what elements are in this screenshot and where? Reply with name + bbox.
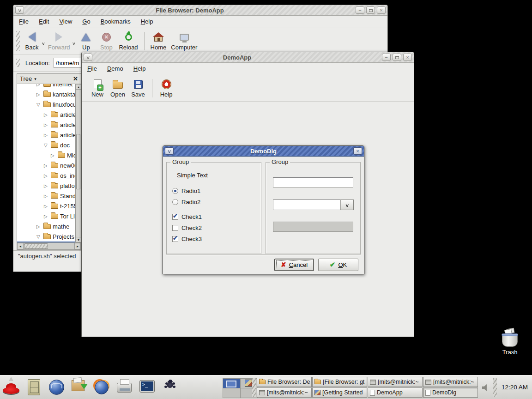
tree-item-article[interactable]: ▷article <box>17 109 75 120</box>
save-button[interactable]: Save <box>128 77 148 99</box>
check1-option[interactable]: ✔ Check1 <box>172 213 202 220</box>
expander-icon[interactable]: ▷ <box>44 204 49 209</box>
expander-icon[interactable]: ▽ <box>36 234 42 239</box>
tree-item-mic[interactable]: ▷Mic <box>17 150 75 160</box>
computer-button[interactable]: Computer <box>169 30 200 52</box>
home-button[interactable]: Home <box>148 30 169 52</box>
tree-item-os-inc[interactable]: ▷os_inc <box>17 170 75 181</box>
tree-item-doc[interactable]: ▽doc <box>17 140 75 150</box>
workspace-3[interactable] <box>223 388 240 398</box>
radio-unselected-icon[interactable] <box>172 199 178 205</box>
file-browser-titlebar[interactable]: ∨ File Browser: DemoApp − × <box>13 5 387 16</box>
ok-button[interactable]: ✔ OK <box>318 259 358 271</box>
volume-speaker-icon[interactable] <box>482 384 490 391</box>
combo-dropdown-button[interactable]: ∨ <box>341 200 354 210</box>
task-getting-started-minimized[interactable]: [Getting Started <box>312 387 367 398</box>
expander-icon[interactable]: ▷ <box>44 133 49 138</box>
window-menu-button[interactable]: ∨ <box>84 54 92 61</box>
demoapp-titlebar[interactable]: ∨ DemoApp − × <box>82 52 414 63</box>
radio-selected-icon[interactable] <box>172 188 178 194</box>
menu-file[interactable]: File <box>19 18 29 25</box>
tree-item-linuxfocus[interactable]: ▽linuxfocu <box>17 99 75 109</box>
tree-item-mathe[interactable]: ▷mathe <box>17 221 75 231</box>
task-terminal-minimized[interactable]: [mits@mitnick:~ <box>257 387 312 398</box>
maximize-button[interactable] <box>393 54 401 61</box>
locationbar-drag-handle[interactable] <box>16 59 20 67</box>
window-menu-button[interactable]: ∨ <box>15 6 24 14</box>
scrollbar-thumb[interactable] <box>24 243 48 249</box>
menu-go[interactable]: Go <box>82 18 90 25</box>
stop-button[interactable]: Stop <box>96 30 116 52</box>
toolbar-drag-handle[interactable] <box>16 31 20 51</box>
expander-icon[interactable]: ▷ <box>44 193 49 199</box>
checkbox-unchecked-icon[interactable] <box>172 225 178 231</box>
task-demodlg-active[interactable]: DemoDlg <box>423 387 478 398</box>
side-pane-dropdown-icon[interactable]: ▾ <box>34 77 36 81</box>
minimize-button[interactable]: − <box>382 54 391 61</box>
workspace-1-active[interactable] <box>223 379 240 388</box>
tree-item-internet[interactable]: ▷internet <box>17 84 75 89</box>
combo-box[interactable]: ∨ <box>273 200 354 210</box>
scroll-up-icon[interactable]: ▴ <box>76 84 81 90</box>
back-button[interactable]: Back <box>22 30 42 52</box>
tree-vertical-scrollbar[interactable]: ▴ ▾ <box>75 84 81 242</box>
help-button[interactable]: Help <box>156 77 176 99</box>
task-file-browser-minimized[interactable]: [File Browser: gt <box>312 377 367 387</box>
close-button[interactable]: × <box>353 147 362 155</box>
tree-horizontal-scrollbar[interactable]: ◂ ▸ <box>17 242 81 249</box>
check2-option[interactable]: Check2 <box>172 224 202 231</box>
expander-icon[interactable]: ▷ <box>44 122 49 127</box>
email-launcher[interactable] <box>70 376 88 398</box>
window-menu-button[interactable]: ∨ <box>165 147 174 155</box>
terminal-launcher[interactable] <box>138 376 156 398</box>
printer-launcher[interactable] <box>115 376 133 398</box>
close-button[interactable]: × <box>377 6 386 14</box>
expander-icon[interactable]: ▷ <box>44 112 49 117</box>
expander-icon[interactable]: ▷ <box>36 84 42 87</box>
reload-button[interactable]: Reload <box>116 30 140 52</box>
menu-bookmarks[interactable]: Bookmarks <box>101 18 131 25</box>
side-pane-close-icon[interactable]: ✕ <box>73 75 78 82</box>
tree-item-standard[interactable]: ▷Standa <box>17 191 75 201</box>
expander-icon[interactable]: ▷ <box>44 214 49 219</box>
expander-icon[interactable]: ▷ <box>44 163 49 168</box>
forward-dropdown-icon[interactable]: ∨ <box>72 42 75 46</box>
check3-option[interactable]: ✔ Check3 <box>172 236 202 242</box>
expander-icon[interactable]: ▷ <box>44 173 49 178</box>
applet-drag-handle[interactable] <box>493 378 497 397</box>
demodlg-titlebar[interactable]: ∨ DemoDlg × <box>163 146 364 157</box>
mozilla-launcher[interactable] <box>92 376 111 398</box>
expander-icon[interactable]: ▽ <box>36 102 42 107</box>
expander-icon[interactable]: ▷ <box>51 153 56 158</box>
menu-help[interactable]: Help <box>133 65 146 72</box>
tree-item-article[interactable]: ▷article <box>17 130 75 140</box>
text-entry[interactable] <box>273 177 353 187</box>
minimize-button[interactable]: − <box>356 6 364 14</box>
menu-help[interactable]: Help <box>141 18 153 25</box>
open-button[interactable]: Open <box>108 77 128 99</box>
new-button[interactable]: New <box>87 77 108 99</box>
tree-item-platform[interactable]: ▷platfor <box>17 181 75 191</box>
expander-icon[interactable]: ▽ <box>44 143 49 148</box>
scrollbar-thumb[interactable] <box>76 134 80 189</box>
maximize-button[interactable] <box>366 6 375 14</box>
web-browser-launcher[interactable] <box>47 376 66 398</box>
tree-item-tor-lil[interactable]: ▷Tor Lil <box>17 211 75 221</box>
radio2-option[interactable]: Radio2 <box>172 199 200 206</box>
expander-icon[interactable]: ▷ <box>36 92 42 97</box>
task-terminal-minimized[interactable]: [mits@mitnick:~ <box>368 377 423 387</box>
expander-icon[interactable]: ▷ <box>36 224 42 229</box>
cancel-button[interactable]: ✘ Cancel <box>274 259 314 271</box>
clock[interactable]: 12:20 AM <box>502 375 528 399</box>
tree-item-kantakta[interactable]: ▷kantakta <box>17 89 75 99</box>
menu-demo[interactable]: Demo <box>107 65 123 72</box>
menu-view[interactable]: View <box>59 18 72 25</box>
combo-entry[interactable] <box>273 200 341 210</box>
expander-icon[interactable]: ▷ <box>44 183 49 188</box>
scroll-left-icon[interactable]: ◂ <box>17 243 24 249</box>
tree-item-t2155[interactable]: ▷t-2155 <box>17 201 75 211</box>
back-dropdown-icon[interactable]: ∨ <box>42 42 45 46</box>
radio1-option[interactable]: Radio1 <box>172 187 200 194</box>
task-demoapp[interactable]: DemoApp <box>368 387 423 398</box>
checkbox-checked-icon[interactable]: ✔ <box>172 236 178 242</box>
